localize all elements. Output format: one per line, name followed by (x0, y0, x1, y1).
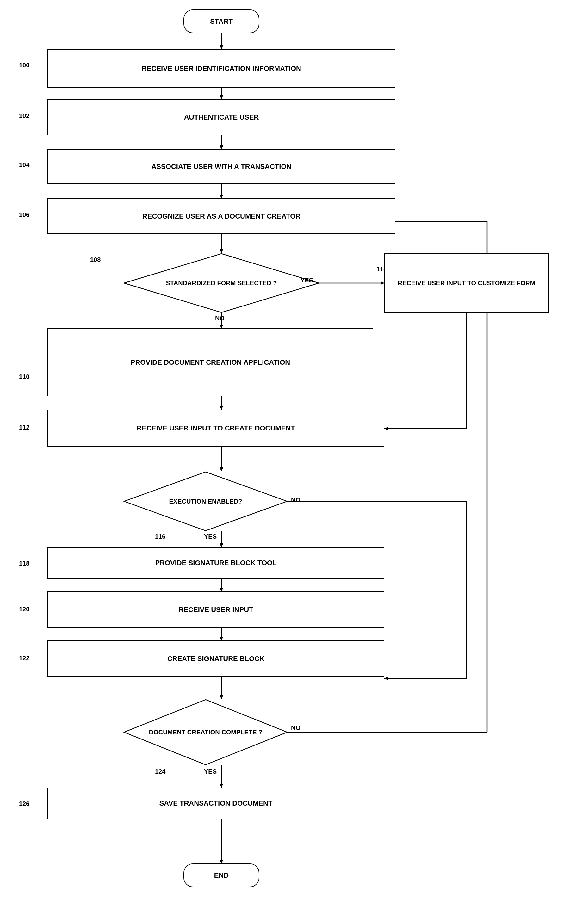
label-120: 120 (19, 606, 29, 613)
svg-marker-16 (384, 427, 388, 431)
decision-124: DOCUMENT CREATION COMPLETE ? (123, 699, 288, 765)
svg-marker-32 (220, 695, 223, 699)
decision-124-text: DOCUMENT CREATION COMPLETE ? (149, 728, 263, 736)
svg-marker-1 (220, 45, 223, 49)
label-100: 100 (19, 62, 29, 69)
svg-marker-11 (220, 324, 223, 328)
label-116: 116 (155, 533, 165, 540)
label-106: 106 (19, 211, 29, 219)
label-102: 102 (19, 112, 29, 119)
decision-108: STANDARDIZED FORM SELECTED ? (123, 253, 320, 313)
process-120: RECEIVE USER INPUT (47, 591, 384, 628)
svg-marker-3 (220, 95, 223, 99)
svg-marker-5 (220, 145, 223, 149)
label-yes2: YES (204, 533, 216, 540)
process-114: RECEIVE USER INPUT TO CUSTOMIZE FORM (384, 253, 549, 313)
svg-marker-28 (220, 587, 223, 591)
label-104: 104 (19, 161, 29, 169)
label-124: 124 (155, 768, 165, 775)
label-112: 112 (19, 424, 29, 431)
end-terminal: END (183, 863, 259, 887)
svg-marker-22 (220, 543, 223, 547)
process-112: RECEIVE USER INPUT TO CREATE DOCUMENT (47, 410, 384, 447)
label-no1: NO (215, 315, 225, 322)
label-no2: NO (291, 497, 300, 504)
process-110: PROVIDE DOCUMENT CREATION APPLICATION (47, 328, 373, 396)
process-122: CREATE SIGNATURE BLOCK (47, 641, 384, 677)
process-102: AUTHENTICATE USER (47, 99, 396, 136)
process-106: RECOGNIZE USER AS A DOCUMENT CREATOR (47, 198, 396, 234)
svg-marker-26 (384, 676, 388, 680)
svg-marker-7 (220, 195, 223, 198)
decision-108-text: STANDARDIZED FORM SELECTED ? (166, 279, 277, 287)
decision-116-text: EXECUTION ENABLED? (169, 497, 242, 505)
svg-marker-34 (220, 784, 223, 788)
svg-marker-9 (220, 249, 223, 253)
svg-marker-18 (220, 406, 223, 410)
svg-marker-30 (220, 637, 223, 641)
flowchart: START 100 RECEIVE USER IDENTIFICATION IN… (0, 0, 588, 915)
label-yes3: YES (204, 768, 216, 775)
label-no3: NO (291, 724, 300, 731)
process-126: SAVE TRANSACTION DOCUMENT (47, 788, 384, 819)
label-126: 126 (19, 800, 29, 807)
label-108: 108 (90, 256, 100, 263)
process-118: PROVIDE SIGNATURE BLOCK TOOL (47, 547, 384, 579)
process-100: RECEIVE USER IDENTIFICATION INFORMATION (47, 49, 396, 88)
svg-marker-13 (381, 281, 384, 285)
process-104: ASSOCIATE USER WITH A TRANSACTION (47, 149, 396, 184)
label-110: 110 (19, 373, 29, 381)
decision-116: EXECUTION ENABLED? (123, 471, 288, 531)
svg-marker-20 (220, 468, 223, 471)
label-118: 118 (19, 560, 29, 567)
start-terminal: START (183, 10, 259, 33)
svg-marker-41 (220, 860, 223, 863)
label-122: 122 (19, 655, 29, 662)
arrows-svg (0, 0, 588, 915)
label-yes1: YES (300, 277, 313, 284)
